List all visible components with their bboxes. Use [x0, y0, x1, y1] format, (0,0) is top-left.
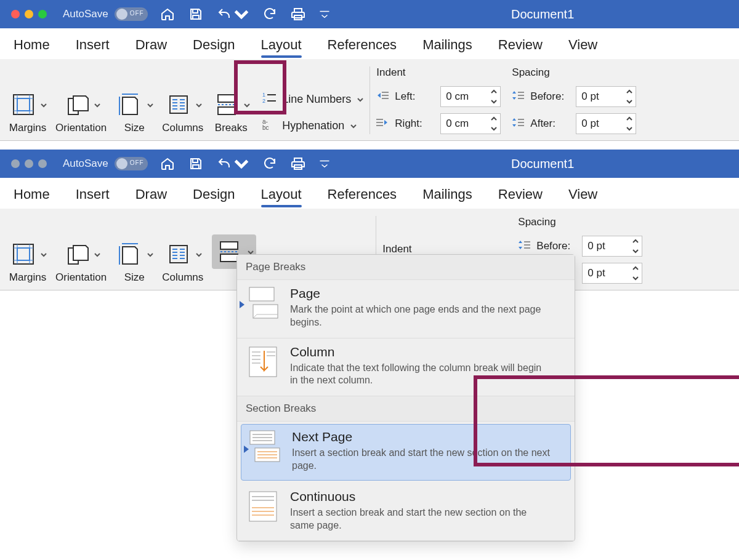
- indent-right-icon: [376, 117, 389, 131]
- svg-rect-84: [249, 492, 277, 521]
- margins-icon: [9, 239, 38, 269]
- ribbon-tabs: Home Insert Draw Design Layout Reference…: [0, 28, 739, 59]
- home-icon[interactable]: [160, 7, 175, 22]
- step-up-icon[interactable]: [631, 238, 640, 245]
- undo-icon[interactable]: [217, 156, 249, 171]
- tab-mailings[interactable]: Mailings: [422, 37, 472, 57]
- window-minimize-button[interactable]: [25, 159, 33, 168]
- svg-rect-15: [218, 95, 235, 102]
- break-next-page-title: Next Page: [292, 430, 551, 444]
- tab-references[interactable]: References: [328, 37, 397, 57]
- autosave-toggle[interactable]: OFF: [115, 157, 148, 170]
- spacing-after-input[interactable]: 0 pt: [582, 263, 642, 284]
- step-up-icon[interactable]: [624, 115, 634, 122]
- undo-icon[interactable]: [217, 7, 249, 22]
- step-up-icon[interactable]: [624, 88, 634, 95]
- margins-button[interactable]: Margins: [9, 90, 47, 134]
- line-hyphen-group: 12 Line Numbers a-bc Hyphenation: [262, 91, 363, 134]
- step-down-icon[interactable]: [631, 247, 640, 255]
- tab-layout[interactable]: Layout: [261, 186, 302, 206]
- columns-button[interactable]: Columns: [162, 239, 203, 284]
- break-column-item[interactable]: Column Indicate that the text following …: [237, 338, 575, 397]
- window-close-button[interactable]: [11, 10, 20, 18]
- breaks-label: Breaks: [215, 122, 248, 134]
- window-maximize-button[interactable]: [38, 159, 47, 168]
- tab-home[interactable]: Home: [14, 37, 50, 57]
- orientation-button[interactable]: Orientation: [55, 239, 107, 284]
- svg-rect-69: [249, 347, 277, 377]
- size-button[interactable]: Size: [115, 239, 153, 284]
- redo-icon[interactable]: [262, 156, 277, 171]
- quick-access-toolbar: [160, 156, 330, 171]
- tab-review[interactable]: Review: [498, 37, 543, 57]
- spacing-group: Spacing Before: 0 pt After: 0 pt: [512, 66, 636, 134]
- columns-icon: [164, 239, 193, 269]
- more-icon[interactable]: [319, 159, 330, 168]
- autosave-toggle[interactable]: OFF: [115, 7, 148, 21]
- autosave-group: AutoSave OFF: [63, 157, 148, 170]
- margins-button[interactable]: Margins: [9, 239, 47, 284]
- chevron-down-icon: [94, 248, 100, 261]
- indent-left-input[interactable]: 0 cm: [440, 86, 501, 107]
- step-down-icon[interactable]: [624, 125, 634, 132]
- home-icon[interactable]: [160, 156, 175, 171]
- indent-left-label: Left:: [395, 90, 434, 103]
- step-up-icon[interactable]: [489, 88, 499, 95]
- orientation-button[interactable]: Orientation: [55, 90, 107, 134]
- save-icon[interactable]: [188, 156, 203, 171]
- break-next-page-item[interactable]: Next Page Insert a section break and sta…: [241, 424, 571, 481]
- tab-design[interactable]: Design: [193, 186, 235, 206]
- chevron-down-icon: [147, 248, 153, 261]
- spacing-after-value: 0 pt: [588, 267, 605, 279]
- break-continuous-item[interactable]: Continuous Insert a section break and st…: [237, 483, 575, 542]
- tab-layout[interactable]: Layout: [261, 37, 302, 57]
- spacing-before-label: Before:: [536, 240, 576, 252]
- window-maximize-button[interactable]: [38, 10, 47, 18]
- spacing-before-row: Before: 0 pt: [518, 236, 642, 257]
- window-close-button[interactable]: [11, 159, 20, 168]
- tab-references[interactable]: References: [328, 186, 397, 206]
- tab-mailings[interactable]: Mailings: [422, 186, 472, 206]
- save-icon[interactable]: [188, 7, 203, 22]
- tab-draw[interactable]: Draw: [135, 37, 167, 57]
- spacing-after-input[interactable]: 0 pt: [576, 113, 636, 134]
- tab-view[interactable]: View: [568, 37, 597, 57]
- document-title: Document1: [511, 7, 574, 22]
- indent-title: Indent: [376, 66, 501, 79]
- print-icon[interactable]: [291, 156, 305, 171]
- orientation-icon: [62, 239, 92, 269]
- break-page-item[interactable]: Page Mark the point at which one page en…: [237, 280, 575, 338]
- tab-home[interactable]: Home: [14, 186, 50, 206]
- step-up-icon[interactable]: [489, 115, 499, 122]
- line-numbers-button[interactable]: 12 Line Numbers: [262, 91, 363, 108]
- spacing-before-label: Before:: [530, 90, 570, 103]
- tab-review[interactable]: Review: [498, 186, 543, 206]
- columns-button[interactable]: Columns: [162, 90, 203, 134]
- indent-title: Indent: [382, 243, 507, 255]
- hyphenation-button[interactable]: a-bc Hyphenation: [262, 118, 363, 134]
- window-controls[interactable]: [11, 10, 47, 18]
- window-controls[interactable]: [11, 159, 47, 168]
- size-button[interactable]: Size: [115, 90, 153, 134]
- spacing-before-value: 0 pt: [581, 90, 599, 103]
- step-down-icon[interactable]: [624, 98, 634, 105]
- redo-icon[interactable]: [262, 7, 277, 22]
- step-up-icon[interactable]: [631, 265, 640, 272]
- indent-right-input[interactable]: 0 cm: [440, 113, 501, 134]
- tab-insert[interactable]: Insert: [76, 37, 110, 57]
- spacing-before-input[interactable]: 0 pt: [582, 236, 642, 257]
- spacing-after-icon: [512, 117, 524, 131]
- tab-insert[interactable]: Insert: [76, 186, 110, 206]
- step-down-icon[interactable]: [489, 125, 499, 132]
- spacing-before-input[interactable]: 0 pt: [576, 86, 636, 107]
- spacing-before-icon: [512, 90, 524, 104]
- window-minimize-button[interactable]: [25, 10, 33, 18]
- tab-draw[interactable]: Draw: [135, 186, 167, 206]
- breaks-button[interactable]: Breaks: [212, 90, 250, 134]
- tab-view[interactable]: View: [568, 186, 597, 206]
- step-down-icon[interactable]: [489, 98, 499, 105]
- print-icon[interactable]: [291, 7, 305, 22]
- more-icon[interactable]: [319, 10, 330, 18]
- tab-design[interactable]: Design: [193, 37, 235, 57]
- step-down-icon[interactable]: [631, 274, 640, 282]
